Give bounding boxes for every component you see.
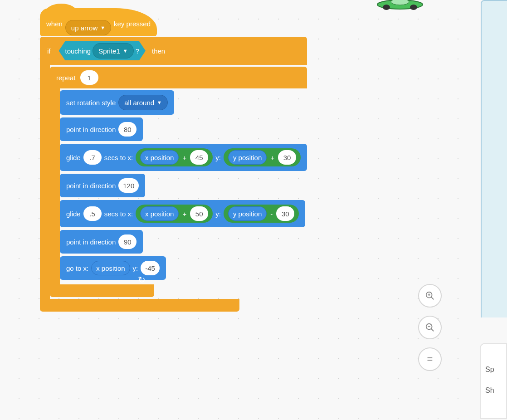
operator-sub-y[interactable]: y position - 30: [224, 205, 299, 223]
set-rotation-style-block[interactable]: set rotation style all around ▼: [60, 90, 174, 115]
op-label: -: [270, 210, 273, 218]
add-value-input[interactable]: 30: [278, 150, 296, 165]
then-label: then: [152, 47, 165, 55]
sprite-info-card: Sp Sh: [480, 343, 507, 419]
add-value-input[interactable]: 45: [190, 150, 208, 165]
chevron-down-icon: ▼: [100, 25, 105, 30]
secs-to-x-label: secs to x:: [104, 210, 133, 218]
glide-label: glide: [66, 154, 81, 161]
if-arm: [40, 65, 50, 299]
y-label: y:: [133, 264, 138, 272]
sub-value-input[interactable]: 30: [276, 206, 294, 221]
glide-secs-input[interactable]: .7: [83, 150, 102, 165]
touching-label: touching: [65, 47, 91, 55]
zoom-reset-button[interactable]: =: [418, 347, 442, 371]
add-value-input[interactable]: 50: [190, 206, 208, 221]
zoom-controls: =: [418, 284, 442, 371]
svg-line-9: [431, 329, 434, 332]
op-label: +: [270, 154, 274, 161]
rotation-style-value: all around: [124, 99, 154, 107]
stage-panel: [481, 0, 507, 317]
plus-label: +: [182, 154, 186, 161]
glide-block-2[interactable]: glide .5 secs to x: x position + 50 y:: [60, 200, 305, 227]
question-mark: ?: [136, 47, 139, 55]
y-position-reporter[interactable]: y position: [228, 150, 267, 165]
repeat-label: repeat: [56, 74, 76, 82]
x-position-reporter[interactable]: x position: [140, 206, 179, 221]
repeat-arm: [50, 88, 60, 284]
if-block[interactable]: if touching Sprite1 ▼ ? then: [40, 37, 307, 312]
touching-boolean[interactable]: touching Sprite1 ▼ ?: [59, 41, 146, 60]
repeat-footer: ↻: [50, 284, 154, 297]
repeat-count-input[interactable]: 1: [80, 70, 98, 85]
equals-icon: =: [427, 353, 433, 365]
direction-input[interactable]: 90: [118, 234, 136, 249]
x-position-reporter[interactable]: x position: [91, 261, 130, 275]
point-label: point in direction: [66, 126, 116, 133]
glide-label: glide: [66, 210, 81, 218]
touching-target-dropdown[interactable]: Sprite1 ▼: [93, 43, 133, 59]
svg-point-2: [410, 5, 417, 10]
card-line-1: Sp: [485, 366, 502, 374]
y-label: y:: [215, 154, 221, 161]
x-position-reporter[interactable]: x position: [140, 150, 179, 165]
point-in-direction-block-1[interactable]: point in direction 80: [60, 117, 143, 141]
set-rotation-label: set rotation style: [66, 99, 116, 107]
repeat-arrow-icon: ↻: [138, 274, 146, 285]
point-label: point in direction: [66, 238, 116, 246]
point-label: point in direction: [66, 182, 116, 190]
scripts-workspace[interactable]: when up arrow ▼ key pressed if touching …: [0, 0, 467, 420]
zoom-in-button[interactable]: [418, 284, 442, 308]
glide-block-1[interactable]: glide .7 secs to x: x position + 45 y:: [60, 144, 307, 171]
operator-add-x[interactable]: x position + 45: [136, 148, 213, 166]
y-label: y:: [215, 210, 221, 218]
svg-line-5: [431, 297, 434, 300]
glide-secs-input[interactable]: .5: [83, 206, 102, 221]
svg-point-1: [383, 5, 390, 10]
hat-suffix: key pressed: [114, 20, 151, 28]
key-dropdown[interactable]: up arrow ▼: [65, 20, 111, 35]
repeat-block[interactable]: repeat 1 set rotation style all around: [50, 67, 307, 297]
direction-input[interactable]: 120: [118, 178, 139, 193]
hat-when-key-pressed[interactable]: when up arrow ▼ key pressed: [40, 8, 157, 36]
plus-label: +: [182, 210, 186, 218]
y-position-reporter[interactable]: y position: [228, 206, 267, 221]
point-in-direction-block-3[interactable]: point in direction 90: [60, 230, 143, 254]
chevron-down-icon: ▼: [157, 100, 162, 105]
chevron-down-icon: ▼: [123, 48, 128, 54]
rotation-style-dropdown[interactable]: all around ▼: [118, 95, 168, 110]
secs-to-x-label: secs to x:: [104, 154, 133, 161]
svg-point-3: [391, 0, 409, 5]
operator-add-y[interactable]: y position + 30: [224, 148, 301, 166]
key-dropdown-label: up arrow: [71, 24, 98, 32]
script-stack[interactable]: when up arrow ▼ key pressed if touching …: [40, 8, 307, 312]
if-label: if: [47, 47, 51, 55]
go-to-xy-block[interactable]: go to x: x position y: -45: [60, 256, 166, 280]
hat-prefix: when: [46, 20, 63, 28]
zoom-out-button[interactable]: [418, 316, 442, 339]
sprite-thumbnail-car: [373, 0, 427, 11]
goto-label: go to x:: [66, 264, 88, 272]
operator-add-x[interactable]: x position + 50: [136, 205, 213, 223]
point-in-direction-block-2[interactable]: point in direction 120: [60, 174, 145, 197]
card-line-2: Sh: [485, 386, 502, 395]
if-footer: [40, 299, 239, 312]
direction-input[interactable]: 80: [118, 122, 136, 137]
touching-target-label: Sprite1: [98, 47, 120, 55]
